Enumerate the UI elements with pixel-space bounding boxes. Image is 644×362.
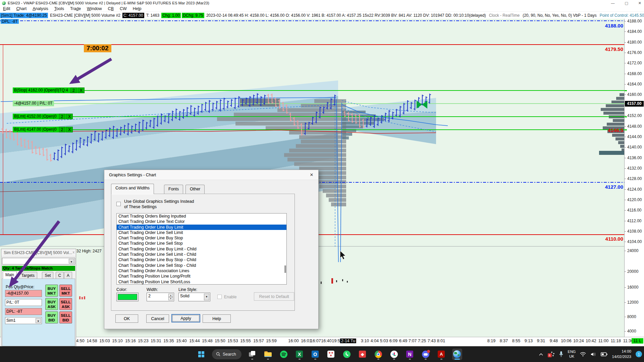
settings-list-item[interactable]: Chart Trading Order Line Text Color [117,219,286,224]
panel-tab-a[interactable]: A [64,272,72,279]
chevron-down-icon[interactable]: ▼ [204,294,209,300]
menu-trade[interactable]: Trade [67,6,84,11]
settings-list-item[interactable]: Chart Trading Order Line Sell Limit [117,230,286,235]
account-select[interactable]: Sim1 ▼ [5,317,42,324]
tab-colors-and-widths[interactable]: Colors and Widths [111,184,154,194]
order-close-icon[interactable]: X [66,127,73,132]
settings-list-item[interactable]: Chart Trading Orders Being Inputted [117,214,286,219]
ok-button[interactable]: OK [115,314,138,323]
taskbar-start-icon[interactable] [196,349,206,360]
panel-tab-targets[interactable]: Targets [19,272,37,279]
chart-canvas[interactable] [0,0,644,362]
tab-other[interactable]: Other [185,185,205,194]
taskbar-diamond-app-icon[interactable]: ◆ [358,349,368,360]
order-close-icon[interactable]: X [66,114,73,119]
panel-tab-c[interactable]: C [56,272,64,279]
taskbar-excel-icon[interactable]: X [294,349,305,360]
sell-bid-button[interactable]: SELLBID [59,311,72,323]
settings-list-item[interactable]: Chart Trading Order Line Sell Stop - Chi… [117,263,286,268]
taskbar-task-view-icon[interactable] [247,349,257,360]
dialog-close-icon[interactable]: ✕ [308,172,315,178]
menu-cw[interactable]: CW [117,6,130,11]
taskbar-onenote-icon[interactable]: N [405,349,415,360]
dialog-title-bar[interactable]: Graphics Settings - Chart ✕ [104,170,318,180]
settings-list-item[interactable]: Chart Trading Order Line Buy Stop [117,235,286,241]
menu-chart[interactable]: Chart [13,6,30,11]
menu-cb[interactable]: CB [105,6,117,11]
enable-checkbox[interactable] [217,295,222,299]
speaker-icon[interactable] [590,352,596,357]
taskbar-sierra-chart-icon[interactable] [452,349,462,360]
wifi-icon[interactable] [580,352,586,357]
price-scale[interactable]: 4188.004184.004180.004176.004172.004168.… [624,19,644,337]
buy-bid-button[interactable]: BUYBID [45,311,58,323]
order-qty-button[interactable]: 2 [59,114,65,119]
order-qty-button[interactable]: 2 [59,127,65,132]
menu-tools[interactable]: Tools [51,6,67,11]
stepper-up-icon[interactable]: ▲ [168,294,173,297]
trade-panel-title[interactable]: Sim ESH23-CME [CBV][M] 5000 Vol... [1,249,76,256]
color-swatch-button[interactable] [116,293,139,301]
battery-icon[interactable] [601,352,607,356]
settings-list-item[interactable]: Chart Trading Position Line Long/Profit [117,274,286,279]
close-button[interactable]: ✕ [638,1,641,5]
help-button[interactable]: Help [203,314,231,323]
buy-ask-button[interactable]: BUYASK [45,298,58,310]
taskbar-file-explorer-icon[interactable] [263,349,273,360]
panel-tab-main[interactable]: Main [3,271,17,279]
settings-list-item[interactable]: Chart Trading Order Association Lines [117,268,286,274]
width-stepper[interactable]: 2 ▲▼ [147,293,174,301]
taskbar-clock[interactable]: 14:00 14/02/2023 [612,349,631,359]
settings-listbox[interactable]: Chart Trading Orders Being InputtedChart… [116,213,287,285]
settings-list-item[interactable]: Chart Trading Order Line Buy Stop - Chil… [117,257,286,262]
sell-ask-button[interactable]: SELLASK [59,298,72,310]
settings-list-item[interactable]: Chart Trading Order Line Sell Stop [117,241,286,246]
cancel-button[interactable]: Cancel [146,314,169,323]
taskbar-red-dots-app-icon[interactable] [326,349,336,360]
line-style-select[interactable]: Solid ▼ [178,293,210,301]
time-axis[interactable]: 14:5014:5815:0315:1015:1615:2315:3115:35… [0,337,644,346]
order-line-label[interactable]: -4@4157.00 | P/L: 0T [13,101,54,106]
buy-mkt-button[interactable]: BUYMKT [45,285,58,297]
tray-chevron-up-icon[interactable] [539,353,543,356]
settings-list-item[interactable]: Chart Trading Order Line Buy Limit [117,225,286,230]
taskbar-chrome-icon[interactable] [373,349,383,360]
taskbar-spotify-icon[interactable] [279,349,289,360]
order-line-label[interactable]: B|Stop| 4162.00 |Open|0|TQ:42X [13,87,85,93]
taskbar-search[interactable]: Search [212,349,241,359]
apply-button[interactable]: Apply [171,314,200,322]
menu-window[interactable]: Window [84,6,105,11]
taskbar-whatsapp-icon[interactable] [342,349,352,360]
taskbar-slack-icon[interactable] [389,349,399,360]
notification-badge[interactable]: 1 [636,351,642,357]
trade-panel-close-icon[interactable]: x [73,250,75,254]
reset-to-default-button[interactable]: Reset to Default [254,292,294,301]
menu-edit[interactable]: Edit [0,6,13,11]
maximize-button[interactable]: ▢ [625,1,628,5]
chevron-down-icon[interactable]: ▼ [36,318,41,323]
use-global-settings-checkbox[interactable] [116,202,121,206]
chevron-down-icon[interactable]: ▼ [69,259,74,263]
symbol-combobox[interactable]: ▼ [2,258,75,264]
panel-tab-set[interactable]: Set [42,272,53,279]
settings-list-item[interactable]: Chart Trading Order Line Sell Limit - Ch… [117,252,286,257]
taskbar-acrobat-icon[interactable]: A [436,349,446,360]
minimize-button[interactable]: — [611,1,614,5]
tray-app-icon[interactable]: 6 [548,351,554,358]
microphone-icon[interactable] [559,351,564,358]
order-close-icon[interactable]: X [78,87,85,93]
menu-analysis[interactable]: Analysis [30,6,51,11]
taskbar-discord-icon[interactable] [421,349,431,360]
listbox-scrollbar[interactable] [284,265,286,273]
order-line-label[interactable]: B|Lmt| 4152.00 |Open|02X [13,114,73,119]
order-qty-button[interactable]: 2 [70,87,77,93]
language-indicator[interactable]: ENG UK [568,350,576,358]
settings-list-item[interactable]: Chart Trading Order Line Buy Limit - Chi… [117,246,286,252]
taskbar-outlook-icon[interactable]: O [310,349,320,360]
settings-list-item[interactable]: Chart Trading Position Line Short/Loss [117,279,286,285]
tab-fonts[interactable]: Fonts [164,185,183,194]
menu-help[interactable]: Help [130,6,145,11]
stepper-down-icon[interactable]: ▼ [168,297,173,300]
sell-mkt-button[interactable]: SELLMKT [59,285,72,297]
order-line-label[interactable]: B|Lmt| 4147.00 |Open|02X [13,127,73,132]
